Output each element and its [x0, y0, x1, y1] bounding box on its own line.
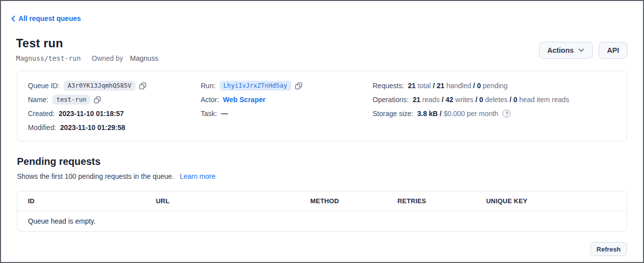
operations-deletes-value: 0 — [479, 96, 483, 104]
storage-size-value: 3.8 kB — [417, 110, 438, 118]
page-title: Test run — [16, 36, 63, 50]
help-icon[interactable]: ? — [503, 110, 511, 118]
back-to-queues-link[interactable]: All request queues — [11, 14, 81, 22]
run-label: Run: — [201, 82, 216, 90]
details-column-stats: Requests: 21 total / 21 handled / 0 pend… — [373, 79, 627, 134]
modified-row: Modified: 2023-11-10 01:29:58 — [28, 121, 201, 134]
table-empty-message: Queue head is empty. — [17, 211, 627, 231]
requests-total-unit: total — [418, 82, 431, 90]
name-row: Name: test-run — [28, 93, 201, 107]
storage-label: Storage size: — [373, 110, 413, 118]
copy-queue-id-button[interactable] — [139, 82, 146, 90]
operations-head-reads-value: 0 — [514, 96, 517, 104]
back-link-label: All request queues — [18, 14, 81, 22]
task-value: — — [221, 110, 228, 118]
operations-row: Operations: 21 reads / 42 writes / 0 del… — [373, 93, 627, 107]
operations-writes-value: 42 — [446, 96, 454, 104]
run-row: Run: LhyiIvJrxZTnHd5ay — [201, 79, 373, 93]
task-label: Task: — [201, 110, 217, 118]
copy-icon — [94, 96, 101, 104]
copy-icon — [295, 82, 302, 90]
created-row: Created: 2023-11-10 01:18:57 — [28, 107, 201, 121]
owned-by-label: Owned by — [92, 54, 123, 62]
operations-writes-unit: writes — [455, 96, 474, 104]
column-header-method: METHOD — [310, 197, 397, 205]
requests-label: Requests: — [373, 82, 404, 90]
copy-name-button[interactable] — [94, 96, 101, 104]
name-label: Name: — [28, 96, 48, 104]
api-button-label: API — [607, 46, 619, 54]
details-column-run: Run: LhyiIvJrxZTnHd5ay Actor: Web Scrape… — [201, 79, 373, 134]
pending-requests-description: Shows the first 100 pending requests in … — [17, 172, 215, 180]
requests-row: Requests: 21 total / 21 handled / 0 pend… — [373, 79, 627, 93]
chevron-left-icon — [11, 15, 15, 22]
copy-run-id-button[interactable] — [295, 82, 302, 90]
queue-details-card: Queue ID: A3r0YK13JqmhQS85V Name: test-r… — [17, 71, 627, 141]
created-label: Created: — [28, 110, 55, 118]
table-header-row: ID URL METHOD RETRIES UNIQUE KEY — [17, 191, 627, 211]
api-button[interactable]: API — [599, 42, 628, 59]
description-text: Shows the first 100 pending requests in … — [17, 172, 174, 180]
details-column-ids: Queue ID: A3r0YK13JqmhQS85V Name: test-r… — [28, 79, 201, 134]
refresh-button[interactable]: Refresh — [590, 242, 627, 256]
requests-pending-unit: pending — [483, 82, 508, 90]
queue-id-label: Queue ID: — [28, 82, 60, 90]
actor-label: Actor: — [201, 96, 219, 104]
pending-requests-heading: Pending requests — [17, 156, 101, 167]
storage-row: Storage size: 3.8 kB / $0.000 per month … — [373, 107, 627, 121]
pending-requests-table: ID URL METHOD RETRIES UNIQUE KEY Queue h… — [17, 191, 627, 232]
actions-button[interactable]: Actions — [539, 42, 593, 59]
copy-icon — [139, 82, 146, 90]
column-header-url: URL — [156, 197, 310, 205]
owner-name: Magnuss — [130, 54, 158, 62]
queue-id-row: Queue ID: A3r0YK13JqmhQS85V — [28, 79, 201, 93]
operations-reads-unit: reads — [422, 96, 440, 104]
actor-row: Actor: Web Scraper — [201, 93, 373, 107]
operations-deletes-unit: deletes — [485, 96, 508, 104]
requests-total-value: 21 — [408, 82, 416, 90]
requests-handled-value: 21 — [437, 82, 445, 90]
queue-path: Magnuss/test-run — [16, 54, 81, 62]
storage-cost-value: $0.000 per month — [444, 110, 499, 118]
run-id-link[interactable]: LhyiIvJrxZTnHd5ay — [220, 81, 291, 91]
header-buttons: Actions API — [539, 42, 628, 59]
actions-button-label: Actions — [547, 46, 574, 54]
column-header-unique-key: UNIQUE KEY — [486, 197, 616, 205]
task-row: Task: — — [201, 107, 373, 121]
column-header-id: ID — [28, 197, 156, 205]
learn-more-link[interactable]: Learn more — [180, 172, 216, 180]
column-header-retries: RETRIES — [397, 197, 486, 205]
modified-value: 2023-11-10 01:29:58 — [60, 124, 126, 132]
operations-label: Operations: — [373, 96, 408, 104]
queue-id-value: A3r0YK13JqmhQS85V — [64, 81, 135, 91]
chevron-down-icon — [578, 48, 584, 52]
modified-label: Modified: — [28, 124, 56, 132]
operations-reads-value: 21 — [412, 96, 420, 104]
requests-handled-unit: handled — [446, 82, 471, 90]
operations-head-reads-unit: head item reads — [519, 96, 569, 104]
actor-link[interactable]: Web Scraper — [223, 96, 265, 104]
request-queue-page: All request queues Test run Magnuss/test… — [0, 0, 644, 263]
created-value: 2023-11-10 01:18:57 — [59, 110, 124, 118]
requests-pending-value: 0 — [477, 82, 481, 90]
page-subtitle: Magnuss/test-run Owned by Magnuss — [16, 54, 158, 62]
name-value: test-run — [52, 95, 90, 105]
